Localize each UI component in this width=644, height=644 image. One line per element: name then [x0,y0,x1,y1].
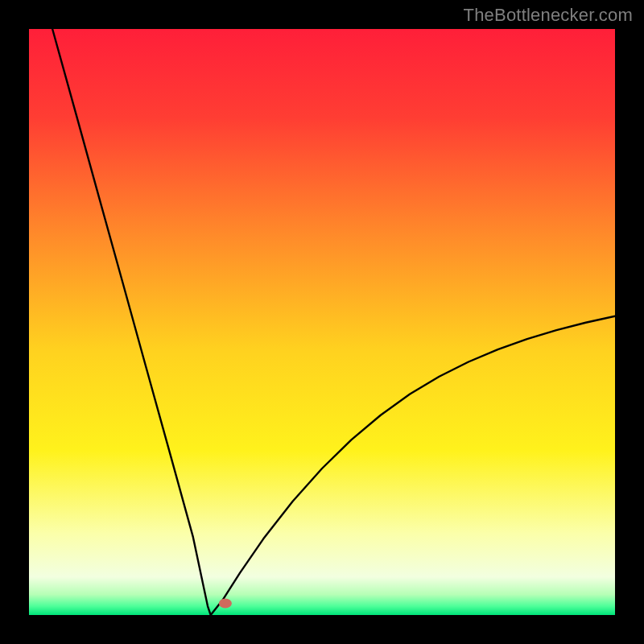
plot-background [29,29,615,615]
chart-frame: TheBottlenecker.com [0,0,644,644]
watermark-text: TheBottlenecker.com [464,5,633,26]
optimal-point-marker [219,598,232,608]
bottleneck-chart [0,0,644,644]
